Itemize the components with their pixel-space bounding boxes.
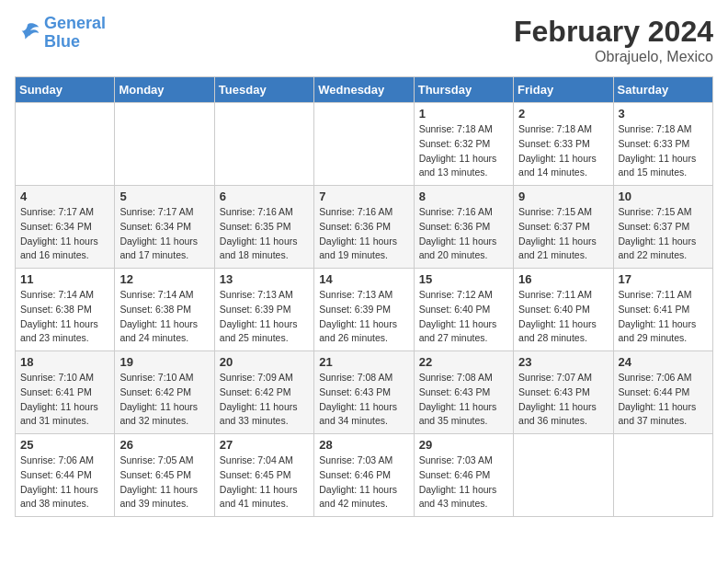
day-info: Sunrise: 7:13 AM Sunset: 6:39 PM Dayligh… (319, 288, 408, 346)
day-info: Sunrise: 7:06 AM Sunset: 6:44 PM Dayligh… (20, 454, 109, 511)
day-number: 12 (119, 272, 209, 286)
calendar-cell: 19Sunrise: 7:10 AM Sunset: 6:42 PM Dayli… (115, 351, 214, 434)
day-info: Sunrise: 7:10 AM Sunset: 6:41 PM Dayligh… (20, 371, 109, 429)
calendar-week-row: 4Sunrise: 7:17 AM Sunset: 6:34 PM Daylig… (16, 186, 713, 269)
day-info: Sunrise: 7:09 AM Sunset: 6:42 PM Dayligh… (220, 371, 309, 429)
logo: General Blue (15, 15, 106, 52)
day-number: 28 (319, 438, 408, 452)
calendar-cell: 23Sunrise: 7:07 AM Sunset: 6:43 PM Dayli… (514, 351, 613, 434)
logo-icon (15, 20, 40, 46)
day-info: Sunrise: 7:17 AM Sunset: 6:34 PM Dayligh… (20, 205, 109, 263)
calendar-cell: 9Sunrise: 7:15 AM Sunset: 6:37 PM Daylig… (514, 186, 613, 269)
day-info: Sunrise: 7:18 AM Sunset: 6:33 PM Dayligh… (619, 122, 708, 180)
day-info: Sunrise: 7:13 AM Sunset: 6:39 PM Dayligh… (220, 288, 309, 346)
calendar-week-row: 11Sunrise: 7:14 AM Sunset: 6:38 PM Dayli… (16, 269, 713, 351)
calendar-cell: 21Sunrise: 7:08 AM Sunset: 6:43 PM Dayli… (314, 351, 414, 434)
calendar-cell: 16Sunrise: 7:11 AM Sunset: 6:40 PM Dayli… (514, 269, 613, 351)
calendar-cell: 13Sunrise: 7:13 AM Sunset: 6:39 PM Dayli… (214, 269, 313, 351)
weekday-header-wednesday: Wednesday (314, 77, 414, 103)
day-number: 19 (119, 355, 209, 369)
calendar-cell: 28Sunrise: 7:03 AM Sunset: 6:46 PM Dayli… (314, 434, 414, 517)
calendar-cell (514, 434, 613, 517)
weekday-header-thursday: Thursday (414, 77, 513, 103)
calendar-cell: 22Sunrise: 7:08 AM Sunset: 6:43 PM Dayli… (414, 351, 513, 434)
calendar-cell: 20Sunrise: 7:09 AM Sunset: 6:42 PM Dayli… (214, 351, 313, 434)
calendar-cell: 11Sunrise: 7:14 AM Sunset: 6:38 PM Dayli… (16, 269, 115, 351)
day-info: Sunrise: 7:04 AM Sunset: 6:45 PM Dayligh… (220, 454, 309, 511)
day-number: 23 (518, 355, 608, 369)
day-info: Sunrise: 7:11 AM Sunset: 6:40 PM Dayligh… (518, 288, 608, 346)
calendar-cell (214, 103, 313, 186)
calendar-cell: 4Sunrise: 7:17 AM Sunset: 6:34 PM Daylig… (16, 186, 115, 269)
day-number: 17 (619, 272, 708, 286)
logo-text: General Blue (44, 15, 106, 52)
calendar-cell (115, 103, 214, 186)
calendar-week-row: 18Sunrise: 7:10 AM Sunset: 6:41 PM Dayli… (16, 351, 713, 434)
day-number: 15 (419, 272, 508, 286)
day-number: 13 (220, 272, 309, 286)
calendar-cell (16, 103, 115, 186)
day-info: Sunrise: 7:11 AM Sunset: 6:41 PM Dayligh… (619, 288, 708, 346)
day-number: 10 (619, 190, 708, 203)
day-number: 6 (220, 190, 309, 203)
day-number: 7 (319, 190, 408, 203)
weekday-header-sunday: Sunday (16, 77, 115, 103)
calendar-cell: 27Sunrise: 7:04 AM Sunset: 6:45 PM Dayli… (214, 434, 313, 517)
calendar-cell: 7Sunrise: 7:16 AM Sunset: 6:36 PM Daylig… (314, 186, 414, 269)
calendar-cell (314, 103, 414, 186)
calendar-cell: 5Sunrise: 7:17 AM Sunset: 6:34 PM Daylig… (115, 186, 214, 269)
day-info: Sunrise: 7:16 AM Sunset: 6:35 PM Dayligh… (220, 205, 309, 263)
day-info: Sunrise: 7:06 AM Sunset: 6:44 PM Dayligh… (619, 371, 708, 429)
day-info: Sunrise: 7:14 AM Sunset: 6:38 PM Dayligh… (20, 288, 109, 346)
calendar-cell: 12Sunrise: 7:14 AM Sunset: 6:38 PM Dayli… (115, 269, 214, 351)
day-number: 1 (419, 107, 508, 121)
day-info: Sunrise: 7:05 AM Sunset: 6:45 PM Dayligh… (119, 454, 209, 511)
calendar-cell: 1Sunrise: 7:18 AM Sunset: 6:32 PM Daylig… (414, 103, 513, 186)
calendar-cell: 18Sunrise: 7:10 AM Sunset: 6:41 PM Dayli… (16, 351, 115, 434)
day-number: 3 (619, 107, 708, 121)
day-number: 26 (119, 438, 209, 452)
day-info: Sunrise: 7:16 AM Sunset: 6:36 PM Dayligh… (419, 205, 508, 263)
calendar-body: 1Sunrise: 7:18 AM Sunset: 6:32 PM Daylig… (16, 103, 713, 517)
calendar-title: February 2024 (514, 15, 713, 49)
day-info: Sunrise: 7:18 AM Sunset: 6:32 PM Dayligh… (419, 122, 508, 180)
day-info: Sunrise: 7:17 AM Sunset: 6:34 PM Dayligh… (119, 205, 209, 263)
calendar-header: SundayMondayTuesdayWednesdayThursdayFrid… (16, 77, 713, 103)
title-block: February 2024 Obrajuelo, Mexico (514, 15, 713, 65)
calendar-cell (613, 434, 712, 517)
day-info: Sunrise: 7:10 AM Sunset: 6:42 PM Dayligh… (119, 371, 209, 429)
day-info: Sunrise: 7:18 AM Sunset: 6:33 PM Dayligh… (518, 122, 608, 180)
day-number: 16 (518, 272, 608, 286)
day-number: 14 (319, 272, 408, 286)
day-info: Sunrise: 7:03 AM Sunset: 6:46 PM Dayligh… (319, 454, 408, 511)
calendar-week-row: 25Sunrise: 7:06 AM Sunset: 6:44 PM Dayli… (16, 434, 713, 517)
calendar-cell: 2Sunrise: 7:18 AM Sunset: 6:33 PM Daylig… (514, 103, 613, 186)
day-number: 21 (319, 355, 408, 369)
calendar-cell: 3Sunrise: 7:18 AM Sunset: 6:33 PM Daylig… (613, 103, 712, 186)
weekday-header-friday: Friday (514, 77, 613, 103)
calendar-cell: 15Sunrise: 7:12 AM Sunset: 6:40 PM Dayli… (414, 269, 513, 351)
day-number: 9 (518, 190, 608, 203)
calendar-cell: 26Sunrise: 7:05 AM Sunset: 6:45 PM Dayli… (115, 434, 214, 517)
day-number: 27 (220, 438, 309, 452)
weekday-header-row: SundayMondayTuesdayWednesdayThursdayFrid… (16, 77, 713, 103)
day-number: 8 (419, 190, 508, 203)
day-number: 11 (20, 272, 109, 286)
page-header: General Blue February 2024 Obrajuelo, Me… (15, 15, 713, 65)
calendar-cell: 25Sunrise: 7:06 AM Sunset: 6:44 PM Dayli… (16, 434, 115, 517)
day-info: Sunrise: 7:15 AM Sunset: 6:37 PM Dayligh… (518, 205, 608, 263)
day-info: Sunrise: 7:08 AM Sunset: 6:43 PM Dayligh… (319, 371, 408, 429)
weekday-header-monday: Monday (115, 77, 214, 103)
day-number: 5 (119, 190, 209, 203)
calendar-week-row: 1Sunrise: 7:18 AM Sunset: 6:32 PM Daylig… (16, 103, 713, 186)
calendar-location: Obrajuelo, Mexico (514, 49, 713, 65)
day-number: 22 (419, 355, 508, 369)
calendar-table: SundayMondayTuesdayWednesdayThursdayFrid… (15, 76, 713, 517)
day-number: 25 (20, 438, 109, 452)
calendar-cell: 6Sunrise: 7:16 AM Sunset: 6:35 PM Daylig… (214, 186, 313, 269)
calendar-cell: 29Sunrise: 7:03 AM Sunset: 6:46 PM Dayli… (414, 434, 513, 517)
calendar-cell: 10Sunrise: 7:15 AM Sunset: 6:37 PM Dayli… (613, 186, 712, 269)
day-info: Sunrise: 7:12 AM Sunset: 6:40 PM Dayligh… (419, 288, 508, 346)
day-info: Sunrise: 7:03 AM Sunset: 6:46 PM Dayligh… (419, 454, 508, 511)
day-info: Sunrise: 7:08 AM Sunset: 6:43 PM Dayligh… (419, 371, 508, 429)
